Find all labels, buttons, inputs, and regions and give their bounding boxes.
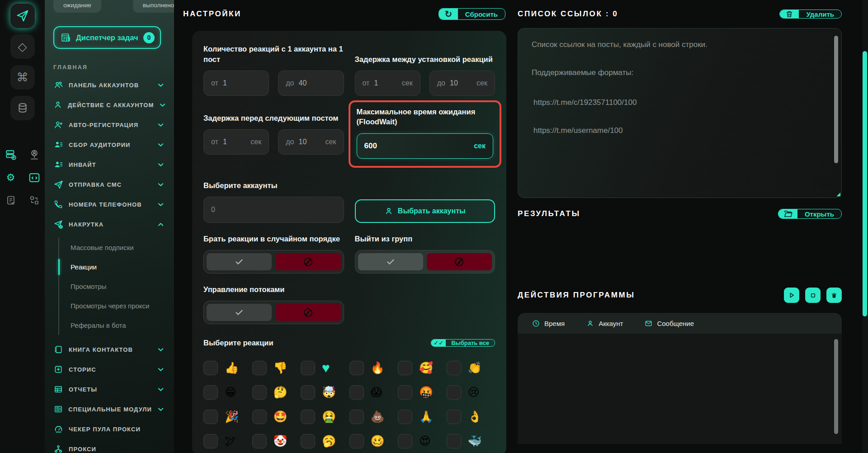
reaction-checkbox[interactable] (252, 410, 267, 424)
person-icon (384, 207, 393, 216)
tab-done[interactable]: выполнено (133, 0, 174, 13)
delay-post-from-input[interactable]: от 1 сек (203, 129, 269, 155)
toggle-yes-option[interactable] (207, 304, 272, 321)
textarea-scrollbar[interactable] (834, 36, 838, 163)
column-message[interactable]: Сообщение (645, 320, 694, 327)
reaction-checkbox[interactable] (398, 434, 412, 448)
delay-reactions-to-input[interactable]: до 10 сек (429, 71, 495, 96)
reaction-checkbox[interactable] (398, 410, 412, 424)
sidebar-item-account-action[interactable]: ДЕЙСТВИЕ С АККАУНТОМ (45, 95, 174, 115)
reaction-checkbox[interactable] (301, 385, 315, 400)
sidebar-subitem[interactable]: Массовые подписки (59, 238, 174, 257)
reset-button[interactable]: ↻ Сбросить (439, 8, 505, 20)
sidebar-subitem[interactable]: Реакции (59, 257, 174, 277)
reaction-checkbox[interactable] (447, 361, 461, 375)
reaction-checkbox[interactable] (252, 361, 267, 375)
reaction-checkbox[interactable] (252, 434, 267, 448)
page-scrollbar-thumb[interactable] (863, 51, 867, 316)
floodwait-input[interactable]: 600 сек (357, 133, 494, 159)
table-scrollbar[interactable] (834, 339, 838, 434)
sidebar-item-proxy[interactable]: ПРОКСИ (45, 439, 174, 453)
sidebar-item-auto-registration[interactable]: АВТО-РЕГИСТРАЦИЯ (45, 115, 174, 135)
reaction-checkbox[interactable] (349, 434, 364, 448)
reaction-checkbox[interactable] (349, 361, 364, 375)
stop-button[interactable] (805, 288, 821, 303)
column-account[interactable]: Аккаунт (586, 320, 623, 327)
select-accounts-button[interactable]: Выбрать аккаунты (355, 199, 495, 223)
toggle-yes-option[interactable] (358, 253, 423, 270)
delay-reactions-from-input[interactable]: от 1 сек (355, 71, 420, 96)
toggle-no-option[interactable] (275, 253, 340, 270)
sidebar-item-send-sms[interactable]: ОТПРАВКА СМС (45, 175, 174, 194)
sidebar-subitem[interactable]: Просмотры через прокси (59, 296, 174, 316)
sidebar-item-nakrutka[interactable]: НАКРУТКА (45, 214, 174, 234)
play-button[interactable] (784, 288, 799, 303)
choose-reactions-label: Выберите реакции (203, 338, 274, 348)
reactions-from-input[interactable]: от 1 (203, 71, 269, 96)
tab-waiting[interactable]: ожидание (53, 0, 101, 13)
delete-links-button[interactable]: Удалить (779, 9, 842, 19)
reaction-emoji: 👌 (468, 411, 482, 422)
sidebar-item-phone-numbers[interactable]: НОМЕРА ТЕЛЕФОНОВ (45, 194, 174, 214)
chevron-down-icon (157, 366, 164, 373)
database-button[interactable] (10, 96, 35, 120)
reaction-checkbox[interactable] (447, 410, 461, 424)
sidebar-item-special-modules[interactable]: СПЕЦИАЛЬНЫЕ МОДУЛИ (45, 399, 174, 419)
reaction-checkbox[interactable] (301, 410, 315, 424)
column-time[interactable]: Время (532, 320, 565, 327)
reaction-checkbox[interactable] (447, 385, 461, 400)
sidebar-item-reports[interactable]: ОТЧЕТЫ (45, 379, 174, 399)
page-scrollbar[interactable] (862, 0, 868, 453)
toggle-yes-option[interactable] (207, 253, 272, 270)
reaction-option: 🤡 (252, 434, 301, 448)
sidebar-item-audience-collect[interactable]: СБОР АУДИТОРИИ (45, 135, 174, 155)
swap-icon[interactable] (27, 193, 42, 208)
reaction-emoji: 🕊 (225, 435, 236, 447)
reaction-checkbox[interactable] (349, 410, 364, 424)
open-results-button[interactable]: Открыть (778, 209, 842, 219)
command-button[interactable]: ⌘ (10, 65, 35, 90)
settings-title: НАСТРОЙКИ (183, 9, 241, 19)
sidebar-subitem[interactable]: Просмотры (59, 277, 174, 296)
gear-icon[interactable]: ⚙ (3, 170, 19, 185)
accounts-count-input[interactable]: 0 (203, 197, 344, 223)
sidebar-item-invite[interactable]: ИНВАЙТ (45, 155, 174, 175)
reactions-to-input[interactable]: до 40 (278, 71, 344, 96)
toggle-no-option[interactable] (427, 253, 492, 270)
code-window-icon[interactable] (27, 170, 42, 185)
resize-handle-icon[interactable]: ◢ (837, 192, 840, 197)
delay-post-to-input[interactable]: до 10 сек (278, 129, 344, 155)
sidebar-item-accounts-panel[interactable]: ПАНЕЛЬ АККАУНТОВ (45, 75, 174, 95)
reaction-checkbox[interactable] (203, 385, 218, 400)
reaction-checkbox[interactable] (301, 361, 315, 375)
reaction-checkbox[interactable] (203, 434, 218, 448)
reaction-checkbox[interactable] (252, 385, 267, 400)
book-icon (53, 344, 63, 354)
reaction-emoji: 🤮 (322, 411, 336, 422)
clipboard-check-icon[interactable] (3, 193, 19, 208)
reaction-checkbox[interactable] (398, 385, 412, 400)
links-textarea[interactable]: Список ссылок на посты, каждый с новой с… (518, 28, 842, 198)
sidebar-item-contact-book[interactable]: КНИГА КОНТАКТОВ (45, 340, 174, 359)
select-all-button[interactable]: ✓✓ Выбрать все (431, 339, 495, 347)
clear-log-button[interactable] (826, 288, 842, 303)
reaction-checkbox[interactable] (203, 410, 218, 424)
diamond-button[interactable]: ◇ (10, 34, 35, 59)
task-manager-button[interactable]: Диспетчер задач 0 (53, 26, 161, 49)
chevron-down-icon (157, 122, 164, 128)
person-network-icon[interactable] (27, 147, 42, 163)
chevron-down-icon (157, 346, 164, 353)
reaction-checkbox[interactable] (203, 361, 218, 375)
reaction-checkbox[interactable] (301, 434, 315, 448)
server-check-icon[interactable] (3, 147, 19, 163)
reaction-checkbox[interactable] (349, 385, 364, 400)
status-tabs: ожидание выполнено (53, 0, 174, 13)
sidebar-item-proxy-pool-checker[interactable]: ЧЕКЕР ПУЛА ПРОКСИ (45, 419, 174, 439)
app-window: ◇ ⌘ ⚙ ожида (0, 0, 868, 453)
app-logo-button[interactable] (10, 4, 35, 28)
sidebar-subitem[interactable]: Рефералы в бота (59, 316, 174, 335)
toggle-no-option[interactable] (275, 304, 340, 321)
reaction-checkbox[interactable] (447, 434, 461, 448)
sidebar-item-stories[interactable]: СТОРИС (45, 359, 174, 379)
reaction-checkbox[interactable] (398, 361, 412, 375)
